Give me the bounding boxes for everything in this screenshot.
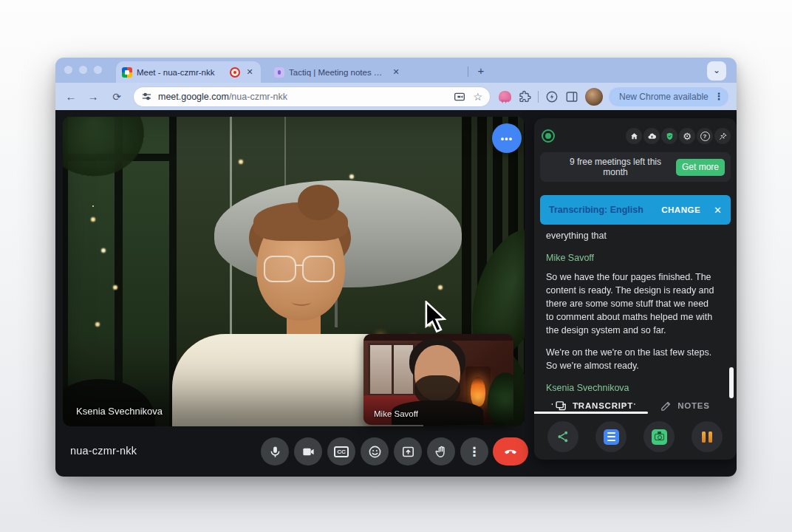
home-icon bbox=[629, 132, 639, 141]
home-button[interactable] bbox=[626, 128, 642, 144]
sidebar-actions bbox=[534, 418, 737, 454]
bookmark-star-icon[interactable]: ☆ bbox=[473, 91, 482, 103]
transcript-text: We're on the we're on the last few steps… bbox=[546, 346, 717, 372]
speaker-name: Ksenia Svechnikova bbox=[546, 381, 717, 395]
pencil-icon bbox=[660, 400, 672, 412]
microphone-icon bbox=[268, 445, 282, 459]
transcript-text: So we have the four pages finished. The … bbox=[546, 270, 717, 337]
close-tab-icon[interactable]: ✕ bbox=[245, 67, 255, 77]
recording-indicator-icon bbox=[230, 67, 240, 78]
end-call-button[interactable] bbox=[493, 437, 528, 466]
captions-button[interactable]: CC bbox=[327, 437, 355, 466]
active-tab-underline bbox=[534, 412, 648, 414]
tab-transcript-label: TRANSCRIPT bbox=[573, 401, 633, 410]
tactiq-recording-icon bbox=[542, 129, 555, 143]
browser-toolbar: ← → ⟳ meet.google.com/nua-czmr-nkk ☆ bbox=[55, 83, 737, 110]
close-tab-icon[interactable]: ✕ bbox=[391, 67, 401, 77]
new-chrome-available-button[interactable]: New Chrome available ⋮ bbox=[609, 87, 728, 106]
chat-icon bbox=[555, 400, 567, 412]
raise-hand-button[interactable] bbox=[427, 437, 455, 466]
window-minimize-button[interactable] bbox=[79, 66, 87, 74]
settings-button[interactable]: ⚙ bbox=[679, 128, 695, 144]
pin-icon bbox=[718, 132, 728, 141]
tab-divider bbox=[468, 66, 468, 77]
window-zoom-button[interactable] bbox=[94, 66, 102, 74]
help-icon: ? bbox=[700, 132, 710, 141]
transcript-scrollbar[interactable] bbox=[729, 367, 734, 398]
tactiq-sidebar: ⚙ ? 9 free meetings left this month Get … bbox=[534, 118, 737, 460]
tactiq-extension-icon[interactable] bbox=[499, 91, 511, 102]
microphone-button[interactable] bbox=[261, 437, 289, 466]
tab-media-icon[interactable] bbox=[454, 91, 465, 103]
document-icon bbox=[604, 429, 619, 445]
meet-page: Ksenia Svechnikova ••• Mike Savoff bbox=[55, 110, 737, 477]
tab-strip: Meet - nua-czmr-nkk ✕ Tactiq | Meeting n… bbox=[55, 58, 737, 83]
pause-icon bbox=[702, 432, 712, 443]
reactions-button[interactable] bbox=[361, 437, 389, 466]
get-more-button[interactable]: Get more bbox=[676, 159, 725, 176]
change-language-button[interactable]: CHANGE bbox=[661, 205, 700, 214]
forward-button[interactable]: → bbox=[83, 90, 103, 103]
close-banner-icon[interactable]: ✕ bbox=[714, 205, 722, 216]
view-transcript-doc-button[interactable] bbox=[595, 421, 627, 452]
raise-hand-icon bbox=[434, 445, 448, 459]
window-close-button[interactable] bbox=[64, 66, 72, 74]
meeting-code-label: nua-czmr-nkk bbox=[70, 445, 137, 457]
captions-icon: CC bbox=[334, 446, 349, 457]
privacy-button[interactable] bbox=[661, 128, 677, 144]
transcript-panel: everything that Mike Savoff So we have t… bbox=[546, 229, 717, 405]
reload-button[interactable]: ⟳ bbox=[107, 91, 126, 103]
new-chrome-label: New Chrome available bbox=[619, 92, 709, 102]
transcript-text: everything that bbox=[546, 229, 717, 242]
more-options-button[interactable]: ⋮ bbox=[460, 437, 488, 466]
tab-transcript[interactable]: TRANSCRIPT bbox=[555, 400, 633, 412]
camera-button[interactable] bbox=[294, 437, 322, 466]
pip-video-tile[interactable]: Mike Savoff bbox=[363, 334, 513, 425]
site-settings-icon[interactable] bbox=[141, 91, 152, 102]
speaker-name: Mike Savoff bbox=[546, 251, 717, 265]
screenshot-camera-icon bbox=[652, 429, 667, 445]
share-button[interactable] bbox=[547, 421, 578, 452]
tab-title: Meet - nua-czmr-nkk bbox=[137, 68, 225, 77]
shield-check-icon bbox=[665, 132, 675, 141]
present-button[interactable] bbox=[394, 437, 422, 466]
help-button[interactable]: ? bbox=[697, 128, 713, 144]
url-domain: meet.google.com bbox=[158, 92, 229, 102]
more-options-icon: ⋮ bbox=[468, 444, 481, 460]
pip-name-label: Mike Savoff bbox=[374, 409, 418, 418]
participant-name-label: Ksenia Svechnikova bbox=[76, 406, 163, 417]
performance-icon[interactable] bbox=[545, 90, 559, 103]
extensions-puzzle-icon[interactable] bbox=[518, 90, 531, 103]
url-path: /nua-czmr-nkk bbox=[229, 92, 287, 102]
address-bar[interactable]: meet.google.com/nua-czmr-nkk ☆ bbox=[134, 87, 490, 106]
pin-button[interactable] bbox=[714, 128, 731, 144]
free-meetings-text: 9 free meetings left this month bbox=[556, 157, 675, 177]
upload-button[interactable] bbox=[644, 128, 660, 144]
tab-tactiq[interactable]: Tactiq | Meeting notes powe ✕ bbox=[268, 61, 407, 83]
profile-avatar[interactable] bbox=[585, 88, 603, 106]
present-screen-icon bbox=[401, 445, 415, 459]
browser-window: Meet - nua-czmr-nkk ✕ Tactiq | Meeting n… bbox=[55, 58, 737, 477]
share-icon bbox=[556, 429, 570, 444]
new-tab-button[interactable]: + bbox=[474, 64, 488, 78]
transcribing-banner: Transcribing: English CHANGE ✕ bbox=[540, 195, 731, 225]
pause-transcription-button[interactable] bbox=[692, 421, 723, 452]
url-text: meet.google.com/nua-czmr-nkk bbox=[158, 92, 448, 102]
cloud-upload-icon bbox=[647, 132, 657, 141]
chat-bubble-button[interactable]: ••• bbox=[492, 123, 522, 153]
toolbar-divider bbox=[538, 91, 539, 103]
tab-notes[interactable]: NOTES bbox=[660, 400, 710, 412]
side-panel-icon[interactable] bbox=[565, 90, 578, 103]
chrome-menu-icon[interactable]: ⋮ bbox=[714, 91, 724, 102]
tab-meet[interactable]: Meet - nua-czmr-nkk ✕ bbox=[116, 61, 261, 83]
tab-title: Tactiq | Meeting notes powe bbox=[289, 68, 386, 77]
back-button[interactable]: ← bbox=[61, 90, 81, 103]
transcribing-label: Transcribing: English bbox=[549, 205, 655, 215]
tab-search-button[interactable]: ⌄ bbox=[707, 61, 726, 81]
tactiq-favicon bbox=[274, 67, 284, 78]
tab-notes-label: NOTES bbox=[677, 401, 710, 410]
screenshot-button[interactable] bbox=[644, 421, 675, 452]
meet-favicon bbox=[122, 67, 132, 78]
end-call-icon bbox=[502, 443, 519, 460]
free-meetings-banner: 9 free meetings left this month Get more bbox=[540, 152, 731, 182]
